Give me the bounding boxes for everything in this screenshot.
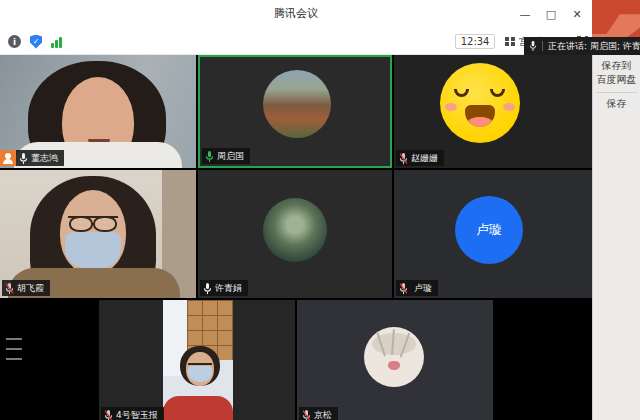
participant-name: 许青娟 <box>215 282 242 295</box>
grid-view-icon <box>505 37 515 47</box>
mic-speaking-icon <box>205 150 214 163</box>
netdisk-label: 百度网盘 <box>593 73 640 87</box>
mic-muted-icon <box>5 282 14 295</box>
security-shield-icon[interactable]: ✓ <box>30 35 42 49</box>
tile-jingsong[interactable]: 京松 <box>297 300 493 420</box>
avatar-text: 卢璇 <box>476 221 502 239</box>
save-to-netdisk-button[interactable]: 保存到 百度网盘 <box>593 55 640 87</box>
participant-name: 京松 <box>314 409 332 420</box>
tile-dongzhihong[interactable]: 董志鸿 <box>0 55 196 168</box>
mic-muted-icon <box>399 152 408 165</box>
name-label: 许青娟 <box>200 280 248 296</box>
profile-photo-avatar <box>263 70 331 138</box>
maximize-button[interactable]: □ <box>538 0 564 28</box>
participant-name: 4号智玉报 <box>116 409 158 420</box>
participant-name: 董志鸿 <box>31 152 58 165</box>
title-bar: 腾讯会议 — □ ✕ <box>0 0 592 28</box>
name-label: 周启国 <box>202 148 250 164</box>
tile-zhaoshanshan[interactable]: 赵姗姗 <box>394 55 592 168</box>
participant-name: 赵姗姗 <box>411 152 438 165</box>
video-grid: 董志鸿 周启国 <box>0 55 592 420</box>
speaking-text: 正在讲话: 周启国; 许青娟 <box>548 40 640 53</box>
mic-on-icon <box>19 152 28 165</box>
name-label: 京松 <box>299 407 338 420</box>
save-button[interactable]: 保存 <box>593 97 640 111</box>
minimize-button[interactable]: — <box>512 0 538 28</box>
name-label: 赵姗姗 <box>396 150 444 166</box>
anime-avatar <box>364 327 424 387</box>
toolbar-left-icons: i ✓ <box>8 28 62 55</box>
mic-muted-icon <box>302 409 311 420</box>
window-controls: — □ ✕ <box>512 0 590 28</box>
meeting-timer: 12:34 <box>455 34 496 49</box>
tile-luxuan[interactable]: 卢璇 卢璇 <box>394 170 592 298</box>
video-feed <box>0 170 196 298</box>
name-label: 董志鸿 <box>16 150 64 166</box>
tile-black-video[interactable] <box>0 300 97 420</box>
tile-4hao[interactable]: 4号智玉报 <box>99 300 295 420</box>
participant-name: 卢璇 <box>414 282 432 295</box>
mic-muted-icon <box>399 282 408 295</box>
profile-photo-avatar <box>263 198 327 262</box>
meeting-toolbar: i ✓ 12:34 宫格视图 ▾ <box>0 28 592 55</box>
name-label: 卢璇 <box>396 280 438 296</box>
participant-name: 胡飞霞 <box>17 282 44 295</box>
network-signal-icon[interactable] <box>51 36 62 48</box>
save-side-panel: 保存到 百度网盘 保存 <box>592 55 640 420</box>
initials-avatar: 卢璇 <box>455 196 523 264</box>
tile-zhouqiguo[interactable]: 周启国 <box>198 55 392 168</box>
microphone-icon <box>529 40 537 52</box>
close-button[interactable]: ✕ <box>564 0 590 28</box>
meeting-info-icon[interactable]: i <box>8 35 21 48</box>
toast-divider <box>542 41 543 51</box>
name-label: 4号智玉报 <box>101 407 164 420</box>
tile-hufeixia[interactable]: 胡飞霞 <box>0 170 196 298</box>
mic-on-icon <box>203 282 212 295</box>
tile-empty-black[interactable] <box>495 300 592 420</box>
name-label: 胡飞霞 <box>2 280 50 296</box>
speaking-toast: 正在讲话: 周启国; 许青娟 <box>524 37 640 55</box>
video-feed-portrait <box>163 300 233 420</box>
panel-divider <box>596 92 637 93</box>
window-title: 腾讯会议 <box>0 0 592 28</box>
host-badge-person-icon <box>0 150 16 166</box>
mic-muted-icon <box>104 409 113 420</box>
participant-name: 周启国 <box>217 150 244 163</box>
emoji-avatar <box>440 63 520 143</box>
tile-xuqingjuan[interactable]: 许青娟 <box>198 170 392 298</box>
save-to-label: 保存到 <box>593 59 640 73</box>
